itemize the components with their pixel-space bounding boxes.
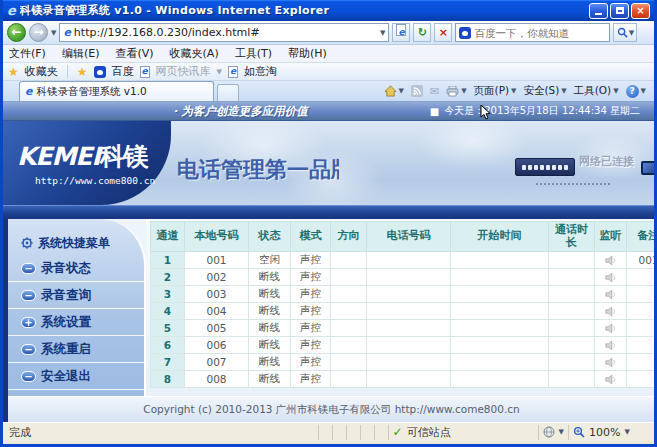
zoom-control[interactable]: 100% ▼: [568, 425, 654, 440]
print-button[interactable]: ▼: [446, 86, 466, 97]
connection-dotted-line: [536, 183, 610, 185]
menu-bar: 文件(F) 编辑(E) 查看(V) 收藏夹(A) 工具(T) 帮助(H): [3, 45, 654, 63]
favorite-baidu[interactable]: 百度: [112, 64, 134, 79]
minimize-button[interactable]: [589, 3, 608, 19]
favorite-webslice[interactable]: 网页快讯库: [156, 64, 211, 79]
ruyitao-icon: [228, 66, 238, 78]
refresh-button[interactable]: ↻: [413, 23, 431, 42]
command-bar: ▼ ✉ ▼ 页面(P)▼: [384, 84, 654, 101]
help-menu[interactable]: ?▼: [626, 85, 646, 98]
minus-icon: −: [21, 290, 36, 301]
ie-icon: e: [7, 3, 16, 18]
stop-button[interactable]: ×: [434, 23, 452, 42]
table-row: 1 001 空闲 声控 001: [151, 252, 657, 269]
privacy-button[interactable]: ▼: [538, 425, 568, 440]
printer-icon: [446, 86, 459, 97]
minus-icon: −: [21, 371, 36, 382]
favorites-button[interactable]: 收藏夹: [25, 64, 58, 79]
logo-url: http://www.come800.cn: [35, 175, 171, 186]
tab-favicon: e: [25, 85, 32, 98]
webslice-icon: [140, 66, 150, 78]
menu-view[interactable]: 查看(V): [115, 46, 153, 61]
address-dropdown-icon[interactable]: ▼: [380, 29, 385, 37]
search-input[interactable]: [474, 27, 606, 39]
date-bullet: ■: [430, 106, 439, 117]
mail-icon: ✉: [430, 85, 439, 98]
monitor-button[interactable]: [595, 371, 627, 388]
monitor-button[interactable]: [595, 252, 627, 269]
address-bar[interactable]: e ▼: [59, 23, 389, 42]
logo-kemei-cn: 科镁: [100, 142, 148, 171]
forward-button[interactable]: →: [29, 23, 48, 42]
table-row: 4 004 断线 声控: [151, 303, 657, 320]
computer-icon: [641, 161, 654, 181]
sidebar: 系统快捷菜单 − 录音状态 − 录音查询 + 系统设置 − 系统重启: [8, 219, 146, 396]
home-icon: [384, 85, 397, 97]
menu-favorites[interactable]: 收藏夹(A): [170, 46, 219, 61]
page-footer: Copyright (c) 2010-2013 广州市科镁电子有限公司 http…: [8, 396, 655, 422]
speaker-icon: [605, 374, 617, 385]
feeds-button[interactable]: [411, 85, 423, 97]
table-row: 7 007 断线 声控: [151, 354, 657, 371]
col-local-number: 本地号码: [185, 222, 249, 252]
menu-edit[interactable]: 编辑(E): [62, 46, 100, 61]
safety-menu[interactable]: 安全(S)▼: [524, 84, 567, 98]
menu-tools[interactable]: 工具(T): [235, 46, 272, 61]
help-icon: ?: [626, 85, 639, 98]
col-duration: 通话时长: [549, 222, 595, 252]
col-channel: 通道: [151, 222, 185, 252]
zoom-level: 100%: [589, 426, 620, 439]
history-dropdown-icon[interactable]: ▼: [51, 29, 56, 37]
maximize-button[interactable]: [610, 3, 629, 19]
network-status: 网络已连接: [579, 154, 634, 169]
table-row: 5 005 断线 声控: [151, 320, 657, 337]
sidebar-item-system-settings[interactable]: + 系统设置: [8, 309, 144, 336]
address-input[interactable]: [74, 26, 377, 39]
menu-file[interactable]: 文件(F): [9, 46, 46, 61]
zone-text: 可信站点: [407, 425, 451, 440]
table-header-row: 通道 本地号码 状态 模式 方向 电话号码 开始时间 通话时长 监听 备注: [151, 222, 657, 252]
monitor-button[interactable]: [595, 337, 627, 354]
speaker-icon: [605, 340, 617, 351]
minus-icon: −: [21, 344, 36, 355]
table-row: 2 002 断线 声控: [151, 269, 657, 286]
webslice-dropdown-icon[interactable]: ▼: [217, 68, 222, 76]
monitor-button[interactable]: [595, 354, 627, 371]
sidebar-item-recording-status[interactable]: − 录音状态: [8, 255, 144, 282]
compatibility-view-button[interactable]: [392, 23, 410, 42]
col-direction: 方向: [331, 222, 367, 252]
search-dropdown-icon[interactable]: ▼: [629, 29, 634, 37]
monitor-button[interactable]: [595, 320, 627, 337]
favorite-ruyitao[interactable]: 如意淘: [244, 64, 277, 79]
menu-help[interactable]: 帮助(H): [288, 46, 327, 61]
copyright-text: Copyright (c) 2010-2013 广州市科镁电子有限公司 http…: [143, 403, 519, 417]
status-bar: 完成 ✓ 可信站点 ▼ 100% ▼: [3, 422, 654, 441]
read-mail-button[interactable]: ✉: [430, 85, 439, 98]
speaker-icon: [605, 357, 617, 368]
tools-menu[interactable]: 工具(O)▼: [574, 84, 619, 98]
sidebar-header: 系统快捷菜单: [8, 231, 144, 255]
add-favorite-icon[interactable]: ★: [77, 65, 88, 79]
banner: KEMEI科镁 http://www.come800.cn 电话管理第一品牌 网…: [3, 121, 654, 205]
new-tab-button[interactable]: [217, 84, 239, 101]
tab-active[interactable]: e 科镁录音管理系统 v1.0: [19, 81, 214, 101]
monitor-button[interactable]: [595, 286, 627, 303]
rss-icon: [411, 85, 423, 97]
search-button[interactable]: ▼: [613, 23, 637, 42]
date-line: ■ 今天是：2013年5月18日 12:44:34 星期二: [430, 104, 640, 118]
page-menu[interactable]: 页面(P)▼: [474, 84, 517, 98]
search-box[interactable]: [455, 23, 610, 42]
sidebar-item-recording-query[interactable]: − 录音查询: [8, 282, 144, 309]
col-monitor: 监听: [595, 222, 627, 252]
speaker-icon: [605, 255, 617, 266]
sidebar-item-system-restart[interactable]: − 系统重启: [8, 336, 144, 363]
table-row: 3 003 断线 声控: [151, 286, 657, 303]
close-button[interactable]: ×: [631, 3, 650, 19]
browser-window: e 科镁录音管理系统 v1.0 - Windows Internet Explo…: [0, 0, 657, 447]
globe-icon: [543, 426, 555, 438]
back-button[interactable]: ←: [7, 23, 26, 42]
home-button[interactable]: ▼: [384, 85, 404, 97]
monitor-button[interactable]: [595, 269, 627, 286]
monitor-button[interactable]: [595, 303, 627, 320]
sidebar-item-safe-exit[interactable]: − 安全退出: [8, 363, 144, 390]
